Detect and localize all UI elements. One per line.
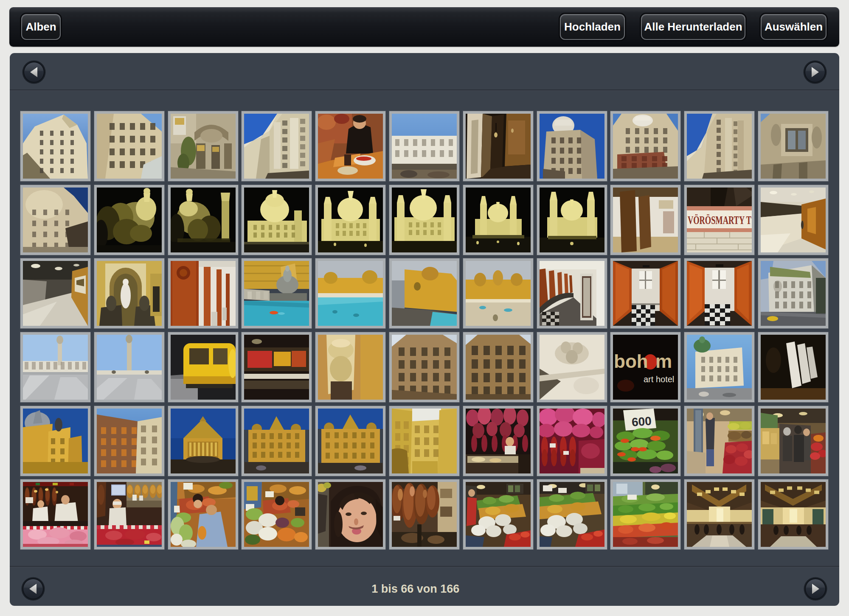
svg-text:600: 600 [631, 414, 652, 428]
svg-text:VÖRÖSMARTY T: VÖRÖSMARTY T [688, 214, 751, 227]
svg-text:boh: boh [614, 351, 648, 372]
svg-text:art hotel: art hotel [644, 375, 674, 384]
svg-text:m: m [655, 351, 672, 372]
